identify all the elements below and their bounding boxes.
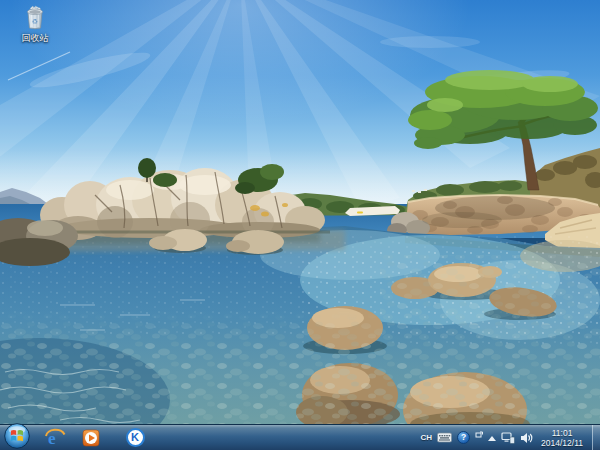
ime-options-icon[interactable] [475, 431, 483, 445]
recycle-bin[interactable]: ♻ 回收站 [4, 2, 66, 43]
start-button[interactable] [3, 422, 31, 450]
ie-icon: e [44, 427, 66, 449]
show-hidden-icons-chevron[interactable] [488, 436, 496, 441]
windows-desktop: ♻ 回收站 [0, 0, 600, 450]
clock-time: 11:01 [541, 428, 583, 438]
help-glyph: ? [461, 433, 466, 442]
k-app-letter: K [131, 432, 139, 443]
k-circle-icon: K [126, 428, 145, 447]
help-icon[interactable]: ? [457, 431, 470, 444]
volume-icon[interactable] [520, 432, 533, 444]
taskbar-button-media-player[interactable] [75, 426, 107, 450]
taskbar: e K CH [0, 424, 600, 450]
windows-logo-icon [3, 422, 31, 450]
recycle-bin-icon: ♻ [20, 2, 50, 32]
show-desktop-button[interactable] [592, 425, 600, 450]
desktop-area[interactable]: ♻ 回收站 [0, 0, 600, 425]
ime-mini-glyph [475, 431, 483, 439]
media-player-icon [82, 429, 100, 447]
network-icon[interactable] [501, 432, 515, 444]
keyboard-icon[interactable] [437, 432, 452, 443]
language-indicator[interactable]: CH [421, 433, 433, 442]
recycle-bin-label: 回收站 [4, 33, 66, 43]
system-tray: CH ? [421, 425, 600, 450]
wallpaper-image [0, 0, 600, 425]
taskbar-button-k-app[interactable]: K [119, 426, 151, 450]
svg-text:♻: ♻ [32, 18, 38, 26]
taskbar-button-internet-explorer[interactable]: e [39, 426, 71, 450]
clock-date: 2014/12/11 [541, 438, 583, 448]
clock[interactable]: 11:01 2014/12/11 [541, 428, 583, 448]
